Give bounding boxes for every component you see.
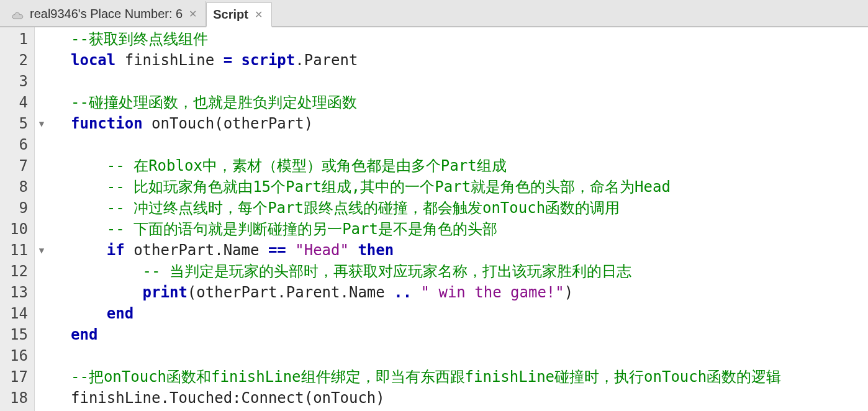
fold-gutter: ▼▼	[35, 27, 48, 411]
line-number: 9	[0, 197, 28, 219]
line-number: 2	[0, 50, 28, 71]
cloud-icon	[11, 9, 24, 18]
code-line[interactable]: print(otherPart.Parent.Name .. " win the…	[71, 282, 868, 303]
line-number: 3	[0, 71, 28, 92]
fold-marker	[35, 155, 48, 176]
code-line[interactable]	[71, 134, 868, 155]
code-line[interactable]: -- 下面的语句就是判断碰撞的另一Part是不是角色的头部	[71, 219, 868, 240]
code-line[interactable]: local finishLine = script.Parent	[71, 50, 868, 71]
line-number: 5	[0, 113, 28, 134]
fold-marker	[35, 303, 48, 324]
line-number: 4	[0, 92, 28, 113]
fold-marker	[35, 29, 48, 50]
fold-marker	[35, 282, 48, 303]
code-line[interactable]: end	[71, 324, 868, 345]
code-line[interactable]: finishLine.Touched:Connect(onTouch)	[71, 387, 868, 409]
tab-bar: real9346's Place Number: 6 ✕ Script ✕	[0, 0, 868, 27]
fold-marker	[35, 366, 48, 387]
code-line[interactable]: --碰撞处理函数，也就是胜负判定处理函数	[71, 92, 868, 113]
fold-marker	[35, 345, 48, 366]
fold-marker	[35, 134, 48, 155]
code-line[interactable]: -- 冲过终点线时，每个Part跟终点线的碰撞，都会触发onTouch函数的调用	[71, 197, 868, 219]
fold-marker	[35, 71, 48, 92]
line-number: 10	[0, 219, 28, 240]
line-number: 13	[0, 282, 28, 303]
close-icon[interactable]: ✕	[189, 8, 197, 20]
code-line[interactable]	[71, 345, 868, 366]
chevron-down-icon[interactable]: ▼	[39, 240, 44, 261]
code-line[interactable]: if otherPart.Name == "Head" then	[71, 240, 868, 261]
line-number: 6	[0, 134, 28, 155]
code-line[interactable]: -- 比如玩家角色就由15个Part组成,其中的一个Part就是角色的头部，命名…	[71, 176, 868, 197]
line-number: 16	[0, 345, 28, 366]
line-number: 1	[0, 29, 28, 50]
line-number: 7	[0, 155, 28, 176]
chevron-down-icon[interactable]: ▼	[39, 113, 44, 134]
tab-label: real9346's Place Number: 6	[30, 7, 183, 21]
close-icon[interactable]: ✕	[255, 9, 263, 20]
fold-marker	[35, 219, 48, 240]
tab-place[interactable]: real9346's Place Number: 6 ✕	[5, 1, 206, 26]
fold-marker	[35, 261, 48, 282]
code-editor[interactable]: 123456789101112131415161718 ▼▼ --获取到终点线组…	[0, 27, 868, 411]
fold-marker	[35, 387, 48, 409]
line-number: 18	[0, 387, 28, 409]
tab-label: Script	[213, 7, 248, 22]
line-number-gutter: 123456789101112131415161718	[0, 27, 35, 411]
code-line[interactable]: function onTouch(otherPart)	[71, 113, 868, 134]
fold-marker	[35, 50, 48, 71]
code-line[interactable]: -- 当判定是玩家的头部时，再获取对应玩家名称，打出该玩家胜利的日志	[71, 261, 868, 282]
code-line[interactable]: --获取到终点线组件	[71, 29, 868, 50]
fold-marker	[35, 92, 48, 113]
code-area[interactable]: --获取到终点线组件local finishLine = script.Pare…	[48, 27, 868, 411]
fold-marker[interactable]: ▼	[35, 240, 48, 261]
fold-marker[interactable]: ▼	[35, 113, 48, 134]
line-number: 12	[0, 261, 28, 282]
fold-marker	[35, 197, 48, 219]
line-number: 15	[0, 324, 28, 345]
fold-marker	[35, 324, 48, 345]
tab-script[interactable]: Script ✕	[206, 2, 272, 27]
code-line[interactable]	[71, 71, 868, 92]
line-number: 8	[0, 176, 28, 197]
code-line[interactable]: end	[71, 303, 868, 324]
code-line[interactable]: -- 在Roblox中，素材（模型）或角色都是由多个Part组成	[71, 155, 868, 176]
line-number: 14	[0, 303, 28, 324]
code-line[interactable]: --把onTouch函数和finishLine组件绑定，即当有东西跟finish…	[71, 366, 868, 387]
line-number: 11	[0, 240, 28, 261]
line-number: 17	[0, 366, 28, 387]
fold-marker	[35, 176, 48, 197]
